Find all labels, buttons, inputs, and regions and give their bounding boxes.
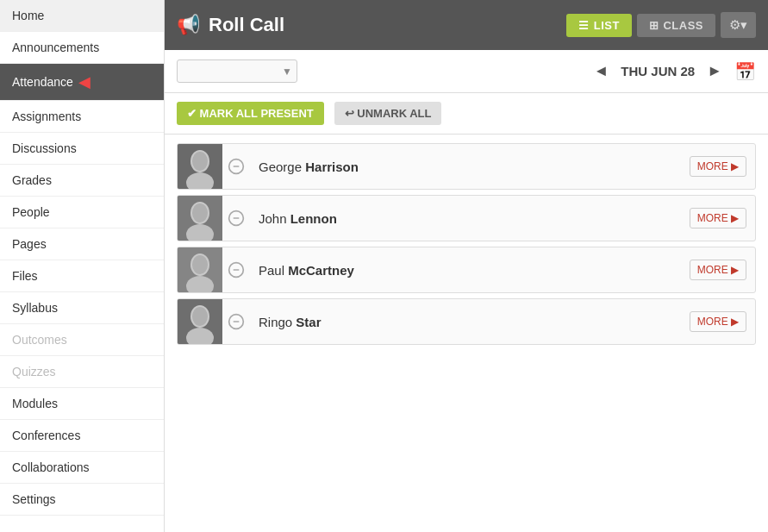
svg-point-8 (192, 203, 208, 222)
list-lines-icon: ☰ (578, 19, 590, 32)
sidebar-item-pages[interactable]: Pages (0, 228, 164, 260)
student-list: George HarrisonMORE ▶ John LennonMORE ▶ … (165, 135, 768, 532)
sidebar-item-people[interactable]: People (0, 197, 164, 228)
student-name-paul: Paul McCartney (250, 263, 690, 278)
next-date-button[interactable]: ► (702, 60, 727, 82)
sidebar-item-home[interactable]: Home (0, 0, 164, 32)
sidebar-item-grades[interactable]: Grades (0, 165, 164, 197)
sidebar-item-assignments[interactable]: Assignments (0, 101, 164, 133)
student-name-john: John Lennon (250, 211, 690, 226)
student-photo-paul (178, 247, 222, 292)
svg-point-2 (192, 152, 208, 171)
section-dropdown-wrapper: ▼ (177, 59, 297, 83)
student-name-george: George Harrison (250, 160, 690, 174)
sidebar-item-discussions[interactable]: Discussions (0, 133, 164, 165)
megaphone-icon: 📢 (177, 14, 200, 36)
svg-point-14 (192, 255, 208, 274)
more-button-paul[interactable]: MORE ▶ (690, 260, 746, 280)
action-bar: ✔ MARK ALL PRESENT ↩ UNMARK ALL (165, 93, 768, 135)
student-photo-john (178, 196, 222, 241)
date-month-day: JUN 28 (651, 64, 695, 78)
absent-icon-george[interactable] (222, 156, 250, 177)
sidebar-item-syllabus[interactable]: Syllabus (0, 292, 164, 324)
absent-icon-john[interactable] (222, 208, 250, 228)
mark-all-present-button[interactable]: ✔ MARK ALL PRESENT (177, 102, 324, 125)
student-row-paul: Paul McCartneyMORE ▶ (177, 247, 756, 293)
sidebar-item-outcomes: Outcomes (0, 324, 164, 356)
date-nav-left: ▼ (177, 59, 297, 83)
header-bar: 📢 Roll Call ☰ LIST ⊞ CLASS ⚙▾ (165, 0, 768, 50)
sidebar-item-collaborations[interactable]: Collaborations (0, 452, 164, 484)
attendance-arrow-icon: ◀ (78, 72, 91, 91)
sidebar-item-attendance[interactable]: Attendance ◀ (0, 64, 164, 101)
date-day-of-week: THU (621, 64, 651, 78)
more-button-ringo[interactable]: MORE ▶ (690, 311, 746, 332)
more-button-john[interactable]: MORE ▶ (690, 208, 746, 228)
svg-point-20 (192, 307, 208, 326)
header-right: ☰ LIST ⊞ CLASS ⚙▾ (566, 12, 756, 38)
student-row-ringo: Ringo StarMORE ▶ (177, 298, 756, 345)
date-label: THU JUN 28 (621, 64, 695, 78)
sidebar-item-files[interactable]: Files (0, 260, 164, 292)
header-left: 📢 Roll Call (177, 14, 284, 36)
sidebar-item-settings[interactable]: Settings (0, 484, 164, 516)
date-nav-bar: ▼ ◄ THU JUN 28 ► 📅 (165, 50, 768, 93)
sidebar: HomeAnnouncementsAttendance ◀Assignments… (0, 0, 165, 532)
sidebar-item-conferences[interactable]: Conferences (0, 420, 164, 452)
grid-icon: ⊞ (649, 19, 659, 32)
student-row-george: George HarrisonMORE ▶ (177, 143, 756, 190)
tab-class[interactable]: ⊞ CLASS (637, 14, 715, 37)
absent-icon-ringo[interactable] (222, 311, 250, 332)
sidebar-item-quizzes: Quizzes (0, 356, 164, 388)
sidebar-item-modules[interactable]: Modules (0, 388, 164, 420)
student-name-ringo: Ringo Star (250, 315, 690, 329)
prev-date-button[interactable]: ◄ (588, 60, 614, 82)
student-photo-ringo (178, 299, 222, 344)
main-content: 📢 Roll Call ☰ LIST ⊞ CLASS ⚙▾ ▼ (165, 0, 768, 532)
settings-gear-button[interactable]: ⚙▾ (721, 12, 756, 38)
absent-icon-paul[interactable] (222, 260, 250, 280)
section-select[interactable] (177, 59, 297, 83)
calendar-button[interactable]: 📅 (734, 61, 756, 82)
more-button-george[interactable]: MORE ▶ (690, 156, 746, 177)
page-title: Roll Call (209, 14, 284, 36)
sidebar-item-announcements[interactable]: Announcements (0, 32, 164, 64)
student-photo-george (178, 144, 222, 189)
tab-list[interactable]: ☰ LIST (566, 14, 632, 37)
unmark-all-button[interactable]: ↩ UNMARK ALL (334, 102, 442, 125)
student-row-john: John LennonMORE ▶ (177, 195, 756, 241)
date-nav-right: ◄ THU JUN 28 ► 📅 (588, 60, 756, 82)
